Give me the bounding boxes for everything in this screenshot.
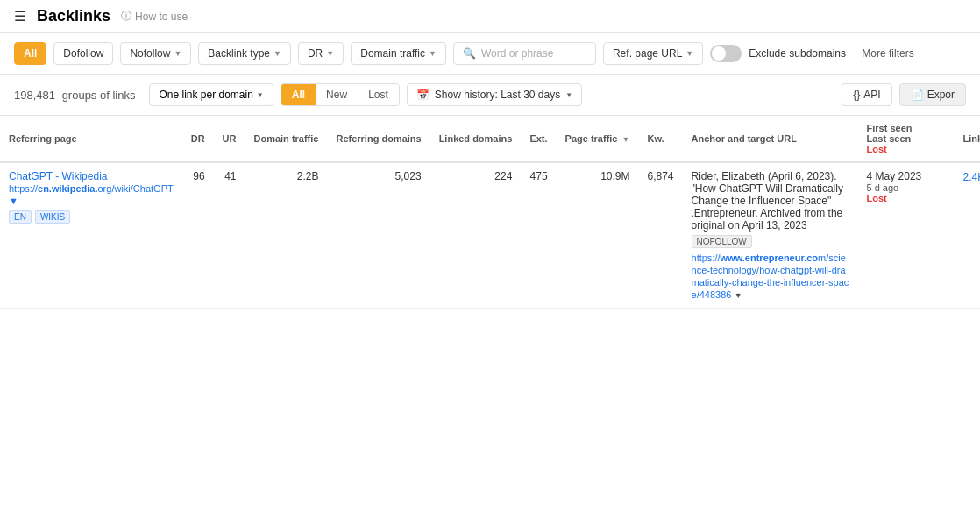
table-wrapper: Referring page DR UR Domain traffic Refe… bbox=[0, 116, 980, 309]
first-seen-cell: 4 May 2023 5 d ago Lost bbox=[858, 162, 955, 309]
search-input[interactable] bbox=[481, 47, 586, 60]
col-kw[interactable]: Kw. bbox=[638, 116, 682, 162]
question-icon: ⓘ bbox=[121, 9, 131, 24]
api-icon: {} bbox=[853, 89, 860, 101]
url-dropdown-icon[interactable]: ▼ bbox=[9, 196, 18, 206]
all-filter-btn[interactable]: All bbox=[14, 42, 46, 65]
linked-domains-cell: 224 bbox=[430, 162, 522, 309]
history-chevron-icon: ▼ bbox=[565, 91, 572, 99]
links-value: 2.4K ▼ bbox=[963, 170, 980, 183]
anchor-url-prefix: https:// bbox=[692, 253, 721, 263]
tab-all[interactable]: All bbox=[281, 84, 316, 105]
api-btn[interactable]: {} API bbox=[842, 83, 891, 106]
toolbar: 198,481 groups of links One link per dom… bbox=[0, 75, 980, 116]
page-title-link[interactable]: ChatGPT - Wikipedia bbox=[9, 170, 174, 182]
dr-filter-btn[interactable]: DR ▼ bbox=[298, 42, 344, 65]
page-tags: EN WIKIS bbox=[9, 210, 174, 224]
one-link-per-domain-btn[interactable]: One link per domain ▼ bbox=[149, 83, 273, 106]
col-referring-page: Referring page bbox=[0, 116, 182, 162]
app-header: ☰ Backlinks ⓘ How to use bbox=[0, 0, 980, 33]
ext-cell: 475 bbox=[521, 162, 556, 309]
anchor-url-dropdown-icon[interactable]: ▼ bbox=[735, 291, 742, 300]
search-icon: 🔍 bbox=[463, 47, 476, 60]
search-box[interactable]: 🔍 bbox=[453, 42, 596, 65]
first-seen-date: 4 May 2023 bbox=[867, 170, 946, 182]
exclude-subdomains-toggle[interactable] bbox=[710, 45, 742, 62]
table-row: ChatGPT - Wikipedia https://en.wikipedia… bbox=[0, 162, 980, 309]
col-page-traffic[interactable]: Page traffic ▼ bbox=[557, 116, 639, 162]
export-icon: 📄 bbox=[911, 89, 924, 101]
help-link[interactable]: ⓘ How to use bbox=[121, 9, 188, 24]
more-filters-btn[interactable]: + More filters bbox=[853, 47, 914, 60]
nofollow-filter-btn[interactable]: Nofollow ▼ bbox=[120, 42, 191, 65]
col-ur[interactable]: UR bbox=[214, 116, 245, 162]
url-bold: en.wikipedia. bbox=[38, 183, 97, 194]
page-url[interactable]: https://en.wikipedia.org/wiki/ChatGPT ▼ bbox=[9, 182, 174, 207]
tab-group: All New Lost bbox=[281, 83, 400, 106]
dr-chevron-icon: ▼ bbox=[326, 49, 334, 58]
anchor-text: Rider, Elizabeth (April 6, 2023). "How C… bbox=[692, 170, 849, 232]
nofollow-badge: NOFOLLOW bbox=[692, 235, 752, 248]
exclude-subdomains-label: Exclude subdomains bbox=[749, 47, 846, 60]
calendar-icon: 📅 bbox=[416, 89, 430, 101]
lost-header-badge: Lost bbox=[867, 144, 946, 154]
col-ext[interactable]: Ext. bbox=[521, 116, 556, 162]
ur-cell: 41 bbox=[214, 162, 245, 309]
anchor-url-bold: www.entrepreneur.co bbox=[721, 253, 818, 263]
referring-page-cell: ChatGPT - Wikipedia https://en.wikipedia… bbox=[0, 162, 182, 309]
lost-badge: Lost bbox=[867, 193, 946, 203]
page-traffic-sort-icon: ▼ bbox=[622, 135, 630, 144]
backlinks-table: Referring page DR UR Domain traffic Refe… bbox=[0, 116, 980, 309]
toggle-knob bbox=[712, 46, 726, 61]
page-traffic-cell: 10.9M bbox=[557, 162, 639, 309]
url-prefix: https:// bbox=[9, 183, 38, 194]
col-dr[interactable]: DR bbox=[182, 116, 214, 162]
table-header-row: Referring page DR UR Domain traffic Refe… bbox=[0, 116, 980, 162]
app-title: Backlinks bbox=[37, 7, 110, 25]
dofollow-filter-btn[interactable]: Dofollow bbox=[53, 42, 113, 65]
col-linked-domains[interactable]: Linked domains bbox=[430, 116, 522, 162]
col-referring-domains[interactable]: Referring domains bbox=[327, 116, 430, 162]
ref-page-url-chevron-icon: ▼ bbox=[685, 49, 693, 58]
domain-traffic-chevron-icon: ▼ bbox=[429, 49, 437, 58]
menu-icon[interactable]: ☰ bbox=[14, 8, 26, 25]
backlink-type-chevron-icon: ▼ bbox=[273, 49, 281, 58]
filter-bar: All Dofollow Nofollow ▼ Backlink type ▼ … bbox=[0, 33, 980, 75]
domain-traffic-cell: 2.2B bbox=[245, 162, 327, 309]
backlink-type-filter-btn[interactable]: Backlink type ▼ bbox=[198, 42, 291, 65]
tag-en: EN bbox=[9, 210, 32, 224]
domain-traffic-filter-btn[interactable]: Domain traffic ▼ bbox=[351, 42, 446, 65]
nofollow-chevron-icon: ▼ bbox=[174, 49, 181, 58]
one-link-chevron-icon: ▼ bbox=[257, 91, 264, 99]
links-count[interactable]: 2.4K bbox=[963, 171, 980, 183]
export-btn[interactable]: 📄 Expor bbox=[899, 83, 966, 106]
links-cell: 2.4K ▼ bbox=[955, 162, 980, 309]
groups-count: 198,481 groups of links bbox=[14, 89, 135, 102]
tab-new[interactable]: New bbox=[316, 84, 358, 105]
dr-cell: 96 bbox=[182, 162, 214, 309]
referring-domains-cell: 5,023 bbox=[327, 162, 430, 309]
col-links[interactable]: Links bbox=[955, 116, 980, 162]
tag-wikis: WIKIS bbox=[35, 210, 70, 224]
kw-cell: 6,874 bbox=[638, 162, 682, 309]
ref-page-url-filter-btn[interactable]: Ref. page URL ▼ bbox=[603, 42, 703, 65]
url-suffix: org/wiki/ChatGPT bbox=[98, 183, 174, 194]
anchor-url[interactable]: https://www.entrepreneur.com/science-tec… bbox=[692, 252, 849, 301]
show-history-btn[interactable]: 📅 Show history: Last 30 days ▼ bbox=[407, 83, 582, 106]
anchor-cell: Rider, Elizabeth (April 6, 2023). "How C… bbox=[683, 162, 858, 309]
tab-lost[interactable]: Lost bbox=[358, 84, 399, 105]
last-seen-date: 5 d ago bbox=[867, 182, 946, 193]
col-first-seen[interactable]: First seen Last seen Lost bbox=[858, 116, 955, 162]
col-domain-traffic[interactable]: Domain traffic bbox=[245, 116, 327, 162]
col-anchor-target[interactable]: Anchor and target URL bbox=[683, 116, 858, 162]
